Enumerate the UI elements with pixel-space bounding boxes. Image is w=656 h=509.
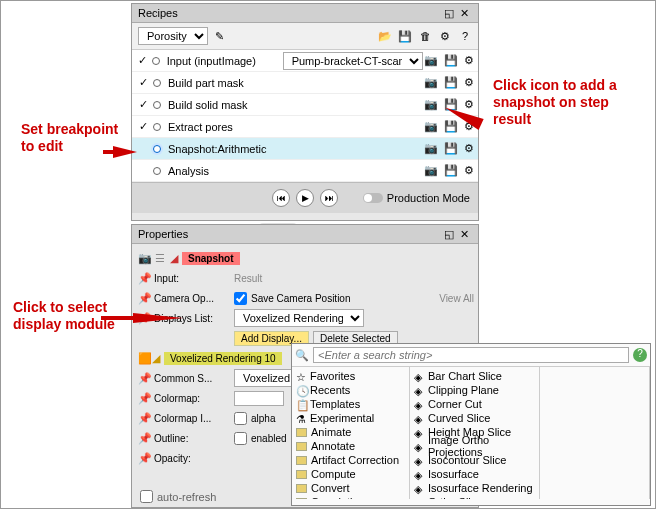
- step-fwd-button[interactable]: ⏭: [320, 189, 338, 207]
- category-item[interactable]: Correlation: [292, 495, 409, 499]
- settings-icon[interactable]: ⚙: [464, 142, 474, 155]
- settings-icon[interactable]: ⚙: [464, 98, 474, 111]
- settings-icon[interactable]: ⚙: [464, 164, 474, 177]
- save-step-icon[interactable]: 💾: [444, 54, 458, 67]
- breakpoint-dot[interactable]: [150, 165, 164, 177]
- step-row[interactable]: ✓ Extract pores 📷💾⚙: [132, 116, 478, 138]
- category-item[interactable]: Artifact Correction: [292, 453, 409, 467]
- step-row[interactable]: ✓ Build solid mask 📷💾⚙: [132, 94, 478, 116]
- folder-icon: [296, 456, 307, 465]
- pin-icon[interactable]: 📌: [138, 452, 150, 465]
- save-icon[interactable]: 💾: [398, 29, 412, 43]
- close-icon[interactable]: ✕: [460, 228, 472, 240]
- save-step-icon[interactable]: 💾: [444, 76, 458, 89]
- snapshot-icon[interactable]: 📷: [424, 164, 438, 177]
- play-button[interactable]: ▶: [296, 189, 314, 207]
- category-item[interactable]: 🕓Recents: [292, 383, 409, 397]
- save-step-icon[interactable]: 💾: [444, 142, 458, 155]
- category-label: Animate: [311, 426, 351, 438]
- module-item[interactable]: ◈Image Ortho Projections: [410, 439, 539, 453]
- module-item[interactable]: ◈Isosurface: [410, 467, 539, 481]
- arrow-icon: [113, 146, 137, 158]
- pin-icon[interactable]: 📌: [138, 372, 150, 385]
- breakpoint-dot[interactable]: [150, 77, 164, 89]
- pin-icon[interactable]: 📌: [138, 272, 150, 285]
- voxelized-tag[interactable]: Voxelized Rendering 10: [164, 352, 282, 365]
- arrow-icon: [133, 313, 183, 323]
- search-input[interactable]: [313, 347, 629, 363]
- module-item[interactable]: ◈Curved Slice: [410, 411, 539, 425]
- step-row[interactable]: Analysis 📷💾⚙: [132, 160, 478, 182]
- category-item[interactable]: Animate: [292, 425, 409, 439]
- step-back-button[interactable]: ⏮: [272, 189, 290, 207]
- category-item[interactable]: Compute: [292, 467, 409, 481]
- alpha-checkbox[interactable]: [234, 412, 247, 425]
- snapshot-icon[interactable]: 📷: [424, 76, 438, 89]
- help-icon[interactable]: ?: [458, 29, 472, 43]
- pin-icon[interactable]: 📌: [138, 412, 150, 425]
- delete-icon[interactable]: 🗑: [418, 29, 432, 43]
- star-icon: ⚗: [296, 413, 306, 423]
- snapshot-icon[interactable]: 📷: [424, 120, 438, 133]
- list-icon[interactable]: ☰: [154, 252, 166, 265]
- category-item[interactable]: ☆Favorites: [292, 369, 409, 383]
- category-item[interactable]: ⚗Experimental: [292, 411, 409, 425]
- breakpoint-dot[interactable]: [149, 55, 162, 67]
- breakpoint-dot[interactable]: [150, 143, 164, 155]
- pin-icon[interactable]: 📌: [138, 292, 150, 305]
- snapshot-icon[interactable]: 📷: [424, 142, 438, 155]
- step-row[interactable]: ✓ Build part mask 📷💾⚙: [132, 72, 478, 94]
- edit-icon[interactable]: ✎: [212, 29, 226, 43]
- module-icon: ◈: [414, 371, 424, 381]
- displays-list-select[interactable]: Voxelized Rendering 10: [234, 309, 364, 327]
- category-item[interactable]: Annotate: [292, 439, 409, 453]
- step-row[interactable]: Snapshot:Arithmetic 📷💾⚙: [132, 138, 478, 160]
- close-icon[interactable]: ✕: [460, 7, 472, 19]
- settings-icon[interactable]: ⚙: [464, 54, 474, 67]
- settings-icon[interactable]: ⚙: [464, 76, 474, 89]
- module-item[interactable]: ◈Isosurface Rendering: [410, 481, 539, 495]
- open-icon[interactable]: 📂: [378, 29, 392, 43]
- breakpoint-dot[interactable]: [150, 121, 164, 133]
- category-label: Annotate: [311, 440, 355, 452]
- star-icon: ☆: [296, 371, 306, 381]
- step-row[interactable]: ✓ Input (inputImage) Pump-bracket-CT-sca…: [132, 50, 478, 72]
- module-item[interactable]: ◈Bar Chart Slice: [410, 369, 539, 383]
- check-icon[interactable]: ✓: [136, 76, 150, 89]
- pin-icon[interactable]: 📌: [138, 392, 150, 405]
- snapshot-icon[interactable]: 📷: [424, 54, 438, 67]
- recipe-selector[interactable]: Porosity: [138, 27, 208, 45]
- module-label: Ortho Slice: [428, 496, 482, 499]
- gear-icon[interactable]: ⚙: [438, 29, 452, 43]
- check-icon[interactable]: ✓: [136, 54, 149, 67]
- undock-icon[interactable]: ◱: [444, 7, 456, 19]
- production-toggle[interactable]: Production Mode: [363, 192, 470, 204]
- pin-icon[interactable]: 📌: [138, 432, 150, 445]
- save-camera-checkbox[interactable]: [234, 292, 247, 305]
- step-name: Analysis: [164, 165, 284, 177]
- save-step-icon[interactable]: 💾: [444, 120, 458, 133]
- module-item[interactable]: ◈Clipping Plane: [410, 383, 539, 397]
- check-icon[interactable]: ✓: [136, 120, 150, 133]
- star-icon: 📋: [296, 399, 306, 409]
- auto-refresh[interactable]: auto-refresh: [140, 490, 216, 503]
- playbar: ⏮ ▶ ⏭ Production Mode: [132, 182, 478, 213]
- module-item[interactable]: ◈Corner Cut: [410, 397, 539, 411]
- snapshot-icon[interactable]: 📷: [424, 98, 438, 111]
- module-item[interactable]: ◈Ortho Slice: [410, 495, 539, 499]
- enabled-checkbox[interactable]: [234, 432, 247, 445]
- save-step-icon[interactable]: 💾: [444, 164, 458, 177]
- category-item[interactable]: Convert: [292, 481, 409, 495]
- category-label: Experimental: [310, 412, 374, 424]
- check-icon[interactable]: ✓: [136, 98, 150, 111]
- annotation-display: Click to selectdisplay module: [13, 299, 115, 333]
- category-item[interactable]: 📋Templates: [292, 397, 409, 411]
- help-icon[interactable]: ?: [633, 348, 647, 362]
- colormap-input[interactable]: [234, 391, 284, 406]
- snapshot-tag[interactable]: Snapshot: [182, 252, 240, 265]
- step-name: Extract pores: [164, 121, 284, 133]
- breakpoint-dot[interactable]: [150, 99, 164, 111]
- camera-icon[interactable]: 📷: [138, 252, 150, 265]
- folder-icon: [296, 484, 307, 493]
- undock-icon[interactable]: ◱: [444, 228, 456, 240]
